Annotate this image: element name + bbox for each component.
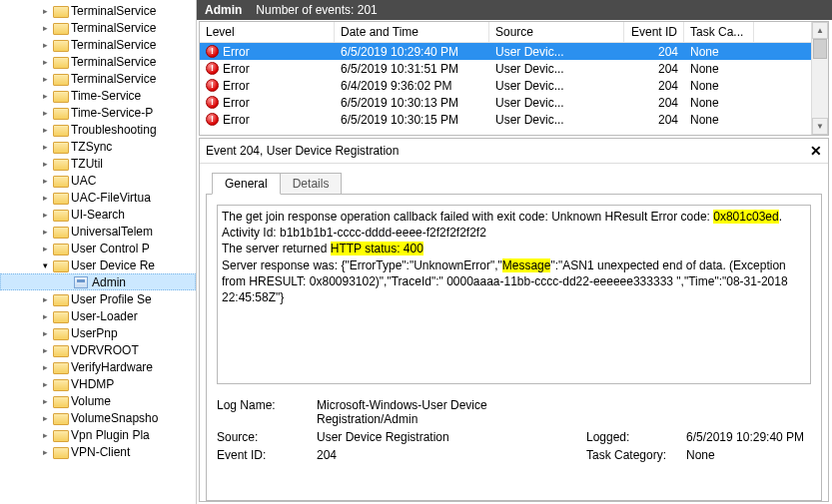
- tree-item[interactable]: ▸UAC: [0, 172, 196, 189]
- chevron-right-icon: ▸: [40, 6, 50, 16]
- tree-item-label: TerminalService: [71, 72, 156, 86]
- scroll-up-button[interactable]: ▲: [812, 22, 828, 39]
- event-row[interactable]: Error6/5/2019 10:29:40 PMUser Devic...20…: [200, 43, 811, 60]
- tree-item[interactable]: ▸TZSync: [0, 138, 196, 155]
- event-id: 204: [624, 113, 684, 127]
- event-level: Error: [223, 45, 250, 59]
- label-logname: Log Name:: [217, 398, 317, 426]
- tree-item-label: TerminalService: [71, 38, 156, 52]
- tree-item[interactable]: ▸TerminalService: [0, 19, 196, 36]
- chevron-down-icon: ▾: [40, 260, 50, 270]
- event-row[interactable]: Error6/5/2019 10:31:51 PMUser Devic...20…: [200, 60, 811, 77]
- tree-item-label: Time-Service: [71, 89, 141, 103]
- tree-item-label: User Device Re: [71, 258, 155, 272]
- folder-icon: [53, 259, 67, 271]
- tree-item[interactable]: ▸VPN-Client: [0, 443, 196, 460]
- tree-item[interactable]: ▸VDRVROOT: [0, 341, 196, 358]
- tree-item-label: Vpn Plugin Pla: [71, 428, 150, 442]
- error-icon: [206, 96, 219, 109]
- folder-icon: [53, 192, 67, 204]
- col-eventid[interactable]: Event ID: [624, 22, 684, 42]
- event-message: The get join response operation callback…: [217, 205, 811, 384]
- event-row[interactable]: Error6/5/2019 10:30:15 PMUser Devic...20…: [200, 111, 811, 128]
- tab-details[interactable]: Details: [280, 173, 343, 195]
- event-metadata: Log Name: Microsoft-Windows-User Device …: [217, 398, 811, 462]
- event-taskcat: None: [684, 79, 754, 93]
- tree-item[interactable]: ▸TerminalService: [0, 2, 196, 19]
- event-row[interactable]: Error6/5/2019 10:30:13 PMUser Devic...20…: [200, 94, 811, 111]
- col-date[interactable]: Date and Time: [335, 22, 489, 42]
- tree-item-label: TZUtil: [71, 157, 103, 171]
- tree-item-label: TerminalService: [71, 55, 156, 69]
- label-source: Source:: [217, 430, 317, 444]
- tree-item[interactable]: ▸Troubleshooting: [0, 121, 196, 138]
- event-id: 204: [624, 45, 684, 59]
- tree-item[interactable]: ▸UAC-FileVirtua: [0, 189, 196, 206]
- tree-item-admin[interactable]: Admin: [0, 273, 196, 290]
- chevron-right-icon: ▸: [40, 379, 50, 389]
- event-columns[interactable]: Level Date and Time Source Event ID Task…: [200, 22, 811, 43]
- error-icon: [206, 79, 219, 92]
- tree-item[interactable]: ▸TerminalService: [0, 36, 196, 53]
- event-source: User Devic...: [489, 79, 624, 93]
- event-list[interactable]: Level Date and Time Source Event ID Task…: [199, 21, 829, 136]
- tree-item[interactable]: ▸User-Loader: [0, 307, 196, 324]
- tree-item[interactable]: ▸TerminalService: [0, 53, 196, 70]
- tree-item[interactable]: ▸Vpn Plugin Pla: [0, 426, 196, 443]
- tree-item[interactable]: ▸VHDMP: [0, 375, 196, 392]
- highlight-httpstatus: HTTP status: 400: [331, 242, 423, 255]
- scroll-thumb[interactable]: [813, 39, 827, 59]
- tree-item-label: UAC: [71, 174, 96, 188]
- tree-item[interactable]: ▸Volume: [0, 392, 196, 409]
- value-logged: 6/5/2019 10:29:40 PM: [686, 430, 811, 444]
- event-taskcat: None: [684, 62, 754, 76]
- event-source: User Devic...: [489, 113, 624, 127]
- event-source: User Devic...: [489, 45, 624, 59]
- tab-general[interactable]: General: [212, 173, 281, 195]
- tree-item-label: TerminalService: [71, 21, 156, 35]
- value-eventid: 204: [317, 448, 586, 462]
- folder-icon: [53, 361, 67, 373]
- chevron-right-icon: ▸: [40, 23, 50, 33]
- tree-item[interactable]: ▸VerifyHardware: [0, 358, 196, 375]
- event-level: Error: [223, 96, 250, 110]
- tree-item[interactable]: ▸User Control P: [0, 240, 196, 256]
- col-level[interactable]: Level: [200, 22, 335, 42]
- event-detail-panel: Event 204, User Device Registration ✕ Ge…: [199, 138, 829, 502]
- log-icon: [74, 276, 88, 288]
- error-icon: [206, 62, 219, 75]
- tree-item[interactable]: ▾User Device Re: [0, 256, 196, 273]
- tree-item[interactable]: ▸TerminalService: [0, 70, 196, 87]
- event-scrollbar[interactable]: ▲ ▼: [811, 22, 828, 135]
- nav-tree[interactable]: ▸TerminalService▸TerminalService▸Termina…: [0, 0, 197, 504]
- tree-item-label: UniversalTelem: [71, 225, 153, 239]
- tree-item[interactable]: ▸TZUtil: [0, 155, 196, 172]
- folder-icon: [53, 209, 67, 221]
- folder-icon: [53, 293, 67, 305]
- event-taskcat: None: [684, 113, 754, 127]
- folder-icon: [53, 243, 67, 254]
- folder-icon: [53, 124, 67, 136]
- tree-item-label: VHDMP: [71, 377, 114, 391]
- chevron-right-icon: ▸: [40, 91, 50, 101]
- close-icon[interactable]: ✕: [810, 143, 822, 159]
- tree-item[interactable]: ▸Time-Service-P: [0, 104, 196, 121]
- chevron-right-icon: ▸: [40, 210, 50, 220]
- col-taskcat[interactable]: Task Ca...: [684, 22, 754, 42]
- tree-item[interactable]: ▸UI-Search: [0, 206, 196, 223]
- tree-item-label: VolumeSnapsho: [71, 411, 158, 425]
- folder-icon: [53, 5, 67, 17]
- tree-item[interactable]: ▸Time-Service: [0, 87, 196, 104]
- scroll-down-button[interactable]: ▼: [812, 118, 828, 135]
- label-eventid: Event ID:: [217, 448, 317, 462]
- tree-item[interactable]: ▸User Profile Se: [0, 290, 196, 307]
- tree-item[interactable]: ▸UserPnp: [0, 324, 196, 341]
- folder-icon: [53, 310, 67, 322]
- event-row[interactable]: Error6/4/2019 9:36:02 PMUser Devic...204…: [200, 77, 811, 94]
- tree-item[interactable]: ▸VolumeSnapsho: [0, 409, 196, 426]
- tree-item[interactable]: ▸UniversalTelem: [0, 223, 196, 240]
- col-source[interactable]: Source: [489, 22, 624, 42]
- tree-item-label: User Control P: [71, 242, 150, 255]
- folder-icon: [53, 158, 67, 170]
- chevron-right-icon: ▸: [40, 142, 50, 152]
